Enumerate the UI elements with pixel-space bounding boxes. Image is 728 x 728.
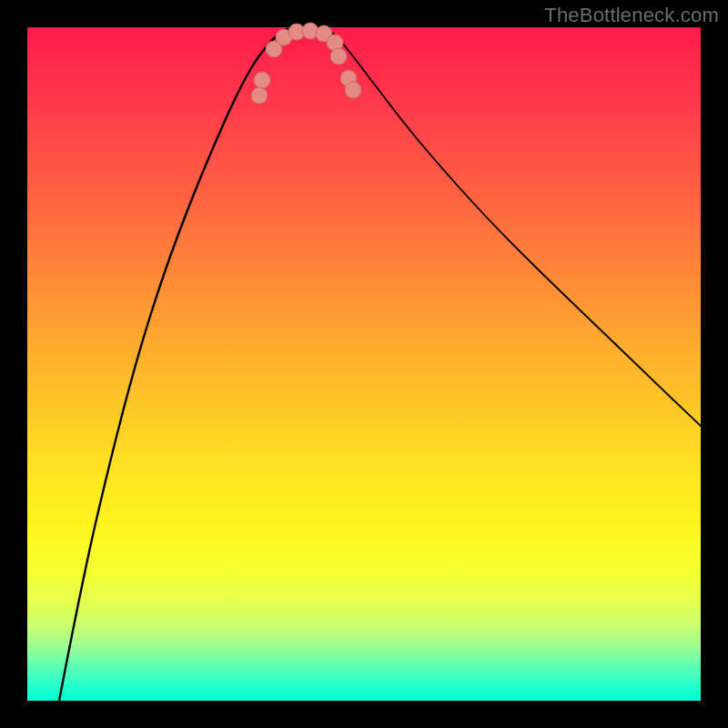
data-dot — [251, 87, 268, 104]
plot-area — [27, 27, 701, 701]
chart-svg — [27, 27, 701, 701]
data-dot — [345, 82, 361, 98]
left-curve — [59, 29, 287, 701]
data-dot — [254, 72, 270, 88]
dots-group — [251, 23, 361, 104]
chart-frame: TheBottleneck.com — [0, 0, 728, 728]
watermark-text: TheBottleneck.com — [544, 4, 719, 27]
data-dot — [330, 48, 347, 65]
right-curve — [328, 29, 701, 426]
